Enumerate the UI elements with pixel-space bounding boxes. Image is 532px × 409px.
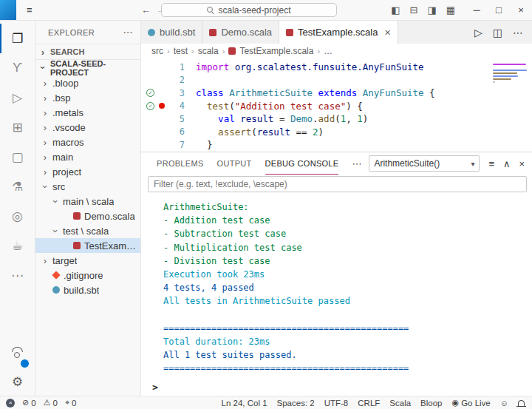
tree-item-testexample-scala[interactable]: TestExample.scala (35, 238, 140, 253)
run-debug-icon[interactable]: ▷ (0, 83, 35, 112)
project-root[interactable]: › SCALA-SEED-PROJECT (35, 59, 140, 75)
accounts-button[interactable] (11, 352, 24, 364)
status-encoding[interactable]: UTF-8 (324, 399, 349, 408)
panel-tab-debug-console[interactable]: DEBUG CONSOLE (265, 152, 339, 175)
tree-item-vscode[interactable]: ›.vscode (35, 120, 140, 135)
extensions-icon[interactable]: ⊞ (0, 112, 35, 142)
status-end-of-line[interactable]: CRLF (358, 399, 380, 408)
tree-item-build-sbt[interactable]: build.sbt (35, 283, 140, 297)
status-errors[interactable]: ⊘0 (22, 398, 36, 408)
code-editor[interactable]: 1import org.scalatest.funsuite.AnyFunSui… (141, 58, 532, 152)
breadcrumb-item[interactable]: TestExample.scala (239, 46, 313, 56)
code-line-2: 2 (141, 74, 532, 87)
status-ports-forwarded[interactable]: ⌖0 (65, 398, 77, 408)
breadcrumb-item[interactable]: … (324, 46, 332, 56)
remote-explorer-icon[interactable]: ▢ (0, 142, 35, 172)
breadcrumb-item[interactable]: scala (198, 46, 219, 56)
status-language-mode[interactable]: Scala (389, 399, 411, 408)
status-bloop[interactable]: Bloop (420, 399, 442, 408)
console-line: - Multiplication test case (163, 241, 532, 254)
menu-icon[interactable]: ≡ (27, 4, 33, 16)
source-control-icon[interactable]: ϒ (0, 53, 35, 83)
code-line-3: ✓3class ArithmeticSuite extends AnyFunSu… (141, 87, 532, 100)
panel-tab-problems[interactable]: PROBLEMS (157, 152, 204, 175)
tab-build-sbt[interactable]: build.sbt (141, 21, 202, 44)
tree-item-demo-scala[interactable]: Demo.scala (35, 209, 140, 223)
tree-item-bloop[interactable]: ›.bloop (35, 75, 140, 90)
filter-icon[interactable]: ≡ (488, 158, 494, 169)
tree-item-project[interactable]: ›project (35, 164, 140, 179)
breadcrumb-separator-icon: › (317, 47, 320, 55)
tree-item-metals[interactable]: ›.metals (35, 105, 140, 120)
line-number: 6 (167, 126, 185, 137)
test-pass-icon[interactable]: ✓ (146, 89, 154, 97)
tree-item-test-scala[interactable]: ›test \ scala (35, 223, 140, 238)
back-icon[interactable]: ← (141, 4, 151, 16)
tree-item-main-scala[interactable]: ›main \ scala (35, 194, 140, 209)
tree-item-gitignore[interactable]: .gitignore (35, 268, 140, 283)
tree-item-label: TestExample.scala (84, 240, 137, 251)
status-go-live[interactable]: ◉Go Live (452, 398, 491, 408)
gutter-test-status: ✓ (144, 102, 157, 110)
explorer-icon[interactable]: ❐ (0, 24, 35, 53)
tree-item-label: .gitignore (64, 270, 103, 281)
tree-item-bsp[interactable]: ›.bsp (35, 90, 140, 105)
customize-layout-icon[interactable]: ▦ (446, 4, 455, 16)
maximize-panel-icon[interactable]: ∧ (503, 158, 511, 169)
console-filter-input[interactable] (148, 176, 527, 192)
code-line-1: 1import org.scalatest.funsuite.AnyFunSui… (141, 61, 532, 74)
minimize-button[interactable]: ─ (466, 0, 488, 20)
breadcrumb-item[interactable]: src (151, 46, 163, 56)
chevron-down-icon: › (50, 227, 61, 234)
status-right: Ln 24, Col 1Spaces: 2UTF-8CRLFScalaBloop… (222, 398, 525, 408)
tree-item-label: main \ scala (63, 196, 114, 207)
tree-item-main[interactable]: ›main (35, 149, 140, 164)
chevron-right-icon: › (41, 78, 49, 89)
test-icon[interactable]: ⚗ (0, 172, 35, 201)
settings-gear-icon[interactable]: ⚙ (12, 374, 23, 390)
split-editor-icon[interactable]: ◫ (493, 27, 502, 38)
power-icon[interactable]: ◎ (0, 201, 35, 231)
tab-testexample-scala[interactable]: TestExample.scala× (279, 21, 398, 44)
chevron-down-icon: ▾ (471, 160, 474, 168)
tree-item-label: src (52, 181, 65, 192)
tree-item-src[interactable]: ›src (35, 179, 140, 194)
tab-demo-scala[interactable]: Demo.scala (202, 21, 279, 44)
more-actions-icon[interactable]: ⋯ (123, 27, 133, 38)
status-feedback[interactable]: ☺ (500, 399, 508, 408)
maximize-button[interactable]: □ (488, 0, 510, 20)
tree-item-macros[interactable]: ›macros (35, 135, 140, 149)
close-button[interactable]: × (510, 0, 532, 20)
status-warnings[interactable]: ⚠0 (44, 398, 58, 408)
code-text: val result = Demo.add(1, 1) (196, 113, 368, 124)
more-actions-icon[interactable]: ⋯ (513, 27, 523, 38)
tree-item-label: .vscode (52, 122, 86, 133)
toggle-secondary-sidebar-icon[interactable]: ◨ (427, 4, 436, 16)
run-icon[interactable]: ▷ (474, 27, 482, 38)
debug-session-dropdown[interactable]: ArithmeticSuite() ▾ (369, 155, 480, 172)
status-cursor-position[interactable]: Ln 24, Col 1 (222, 399, 267, 408)
minimap[interactable] (490, 62, 530, 86)
gutter-breakpoint-area[interactable] (157, 103, 167, 109)
search-section[interactable]: › SEARCH (35, 44, 140, 59)
status-notifications[interactable] (518, 399, 525, 406)
test-pass-icon[interactable]: ✓ (146, 102, 154, 110)
status-remote-indicator[interactable]: × (6, 399, 15, 408)
metals-icon[interactable]: ☕ (0, 231, 35, 260)
activity-bar: ❐ϒ▷⊞▢⚗◎☕⋯ ⚙ (0, 21, 35, 396)
tree-item-target[interactable]: ›target (35, 253, 140, 268)
console-line: All 1 test suites passed. (163, 348, 532, 362)
command-center-search[interactable]: scala-seed-project (161, 3, 337, 17)
close-panel-icon[interactable]: × (519, 158, 525, 169)
breadcrumb-item[interactable]: test (174, 46, 188, 56)
console-line (163, 308, 532, 322)
toggle-panel-icon[interactable]: ⊟ (410, 4, 418, 16)
debug-console-prompt[interactable]: > (141, 378, 532, 396)
status-indentation[interactable]: Spaces: 2 (277, 399, 315, 408)
panel-more-icon[interactable]: ⋯ (352, 158, 361, 169)
panel-tab-output[interactable]: OUTPUT (217, 152, 252, 175)
titlebar: ≡ ← → scala-seed-project ◧⊟◨▦ ─□× (0, 0, 532, 21)
more-tools-icon[interactable]: ⋯ (0, 260, 35, 290)
close-icon[interactable]: × (384, 27, 390, 38)
toggle-sidebar-icon[interactable]: ◧ (391, 4, 400, 16)
